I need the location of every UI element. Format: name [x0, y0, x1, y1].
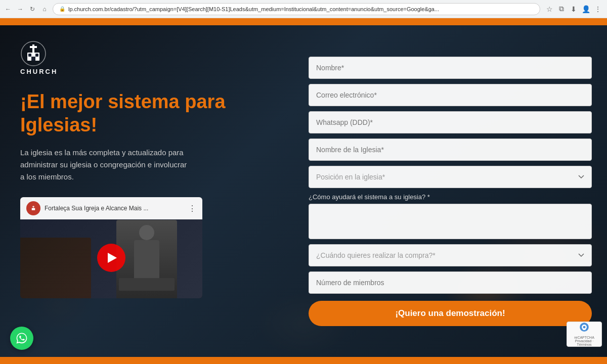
- recaptcha-text: reCAPTCHAPrivacidad · Términos: [569, 336, 599, 346]
- play-triangle-icon: [108, 253, 117, 263]
- correo-input[interactable]: [309, 84, 592, 106]
- extensions-icon[interactable]: ⧉: [556, 4, 567, 14]
- home-button[interactable]: ⌂: [40, 5, 49, 13]
- lock-icon: 🔒: [59, 6, 65, 12]
- logo-icon: [20, 40, 47, 67]
- play-button[interactable]: [97, 244, 125, 272]
- miembros-input[interactable]: [309, 271, 592, 294]
- address-bar[interactable]: 🔒 lp.church.com.br/cadastro/?utm_campaig…: [53, 3, 540, 15]
- svg-rect-2: [30, 46, 37, 48]
- profile-icon[interactable]: 👤: [581, 4, 591, 14]
- svg-rect-9: [32, 206, 34, 207]
- main-content: CHURCH ¡El mejor sistema para Iglesias! …: [0, 25, 607, 357]
- headline: ¡El mejor sistema para Iglesias!: [20, 90, 273, 136]
- nombre-input[interactable]: [309, 57, 592, 79]
- whatsapp-button[interactable]: [10, 327, 33, 350]
- video-container[interactable]: Fortaleça Sua Igreja e Alcance Mais ... …: [20, 197, 202, 298]
- refresh-button[interactable]: ↻: [28, 5, 36, 13]
- svg-rect-5: [28, 54, 31, 57]
- como-textarea[interactable]: [309, 204, 592, 239]
- menu-icon[interactable]: ⋮: [593, 4, 603, 14]
- logo-area: CHURCH: [20, 40, 273, 75]
- video-background: Fortaleça Sua Igreja e Alcance Mais ... …: [20, 197, 202, 298]
- description-text: La iglesia es la más completa y actualiz…: [20, 147, 192, 183]
- browser-chrome: ← → ↻ ⌂ 🔒 lp.church.com.br/cadastro/?utm…: [0, 0, 607, 18]
- back-button[interactable]: ←: [4, 5, 12, 13]
- question-label: ¿Cómo ayudará el sistema a su iglesia? *: [309, 193, 592, 201]
- video-title: Fortaleça Sua Igreja e Alcance Mais ...: [45, 205, 184, 212]
- video-menu-icon[interactable]: ⋮: [188, 204, 196, 213]
- video-channel-icon: [26, 201, 40, 215]
- recaptcha-logo-icon: [579, 322, 589, 335]
- posicion-select[interactable]: Posición en la iglesia* Pastor Líder Adm…: [309, 166, 592, 188]
- recaptcha-badge: reCAPTCHAPrivacidad · Términos: [567, 322, 602, 347]
- left-panel: CHURCH ¡El mejor sistema para Iglesias! …: [0, 25, 293, 357]
- svg-rect-8: [33, 206, 33, 208]
- url-text: lp.church.com.br/cadastro/?utm_campaign=…: [68, 6, 534, 12]
- top-bar: [0, 18, 607, 25]
- download-icon[interactable]: ⬇: [569, 4, 579, 14]
- svg-rect-7: [32, 208, 35, 210]
- submit-button[interactable]: ¡Quiero una demostración!: [309, 301, 592, 326]
- logo-label: CHURCH: [20, 68, 58, 75]
- bottom-bar: [0, 357, 607, 364]
- whatsapp-input[interactable]: [309, 111, 592, 133]
- svg-rect-4: [31, 57, 35, 61]
- toolbar-icons: ☆ ⧉ ⬇ 👤 ⋮: [544, 4, 603, 14]
- bookmark-icon[interactable]: ☆: [544, 4, 554, 14]
- video-header: Fortaleça Sua Igreja e Alcance Mais ... …: [20, 197, 202, 219]
- iglesia-input[interactable]: [309, 139, 592, 161]
- forward-button[interactable]: →: [16, 5, 24, 13]
- svg-rect-1: [32, 44, 34, 53]
- cuando-select[interactable]: ¿Cuándo quieres realizar la compra?* Inm…: [309, 244, 592, 266]
- right-panel: Posición en la iglesia* Pastor Líder Adm…: [293, 25, 607, 357]
- video-audience-left: [20, 238, 91, 298]
- video-person-silhouette: [116, 220, 177, 298]
- svg-rect-6: [35, 54, 38, 57]
